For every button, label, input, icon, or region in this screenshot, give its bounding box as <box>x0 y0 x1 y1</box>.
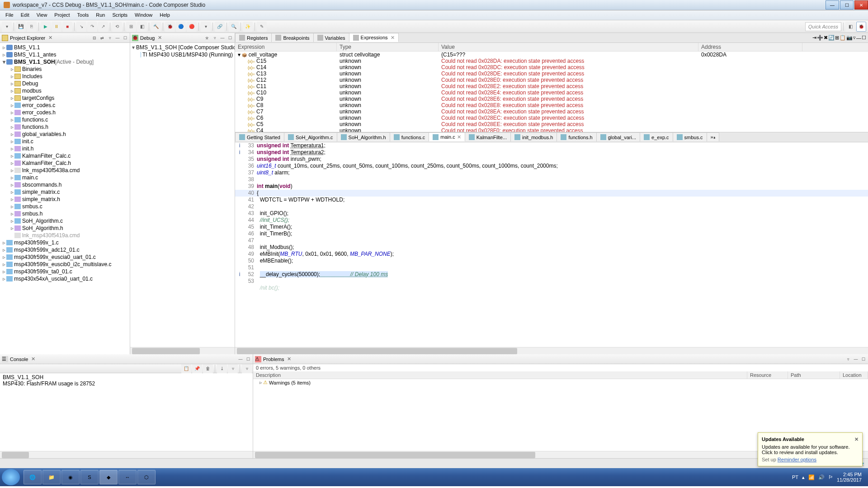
debug-dropdown-button2[interactable]: ▿ <box>211 34 218 42</box>
grid-button[interactable]: ⊞ <box>126 22 136 32</box>
view-dropdown-button[interactable]: ▾ <box>201 22 211 32</box>
debug-item[interactable]: ▾BMS_V1.1_SOH [Code Composer Studio <box>130 44 235 51</box>
code-line[interactable]: 40{ <box>235 190 868 197</box>
file-item[interactable]: ▹functions.c <box>0 116 130 123</box>
build-button[interactable]: 🔨 <box>151 22 161 32</box>
expression-row[interactable]: (x)= C12unknownCould not read 0x028E0: e… <box>235 77 868 83</box>
code-line[interactable]: 53 <box>235 278 868 285</box>
project-item[interactable]: ▹BMS_V1.1 <box>0 44 130 51</box>
editor-tab[interactable]: e_exp.c <box>640 132 673 141</box>
debug-minimize-button[interactable]: — <box>219 34 226 42</box>
editor-tab[interactable]: smbus.c <box>673 132 707 141</box>
restart-button[interactable]: ⟲ <box>112 22 122 32</box>
minimize-button[interactable]: — <box>826 0 839 9</box>
code-line[interactable]: i34unsigned int Temperatura2; <box>235 149 868 156</box>
maximize-view-button[interactable]: ☐ <box>122 34 129 42</box>
console-minimize-button[interactable]: — <box>237 356 244 363</box>
file-item[interactable]: ▹global_variables.h <box>0 131 130 138</box>
project-item[interactable]: ▾BMS_V1.1_SOH [Active - Debug] <box>0 58 130 66</box>
col-address[interactable]: Address <box>698 43 802 51</box>
problems-maximize-button[interactable]: ☐ <box>860 356 867 363</box>
console-clear-button[interactable]: 🗑 <box>203 364 213 374</box>
editor-tab[interactable]: KalmanFilte... <box>465 132 511 141</box>
wand-button[interactable]: ✨ <box>243 22 253 32</box>
link-editor-button[interactable]: ⇄ <box>99 34 106 42</box>
project-item[interactable]: ▹msp430fr599x_adc12_01.c <box>0 246 130 253</box>
file-item[interactable]: ▹functions.h <box>0 123 130 131</box>
debug-item[interactable]: TI MSP430 USB1/MSP430 (Running) <box>130 51 235 58</box>
editor-tab[interactable]: functions.h <box>557 132 596 141</box>
debug-hscroll[interactable] <box>130 347 235 354</box>
file-item[interactable]: ▹Debug <box>0 80 130 87</box>
expr-toolbar-button-4[interactable]: ⊞ <box>835 35 839 41</box>
debug-menu-button[interactable]: ※ <box>203 34 211 42</box>
file-item[interactable]: ▹smbus.c <box>0 203 130 210</box>
editor-tab[interactable]: functions.c <box>390 132 429 141</box>
code-line[interactable]: 50 eMBEnable(); <box>235 258 868 264</box>
col-resource[interactable]: Resource <box>747 371 788 379</box>
file-item[interactable]: ▹Binaries <box>0 66 130 73</box>
explorer-taskbar-button[interactable]: 📁 <box>42 470 61 484</box>
expressions-table[interactable]: Expression Type Value Address ▾ 📦 cell_v… <box>235 43 868 132</box>
code-line[interactable]: 49 eMBInit(MB_RTU, 0x01, 0x01, 9600, MB_… <box>235 251 868 258</box>
project-tree[interactable]: ▹BMS_V1.1▹BMS_V1.1_antes▾BMS_V1.1_SOH [A… <box>0 43 130 354</box>
expr-toolbar-button-6[interactable]: 📷 <box>846 35 853 41</box>
network-icon[interactable]: 📶 <box>808 474 815 480</box>
project-explorer-close[interactable]: ✕ <box>47 35 53 41</box>
project-item[interactable]: ▹msp430fr599x_1.c <box>0 239 130 246</box>
expression-row[interactable]: (x)= C6unknownCould not read 0x028EC: ex… <box>235 115 868 121</box>
problems-dropdown-button[interactable]: ▿ <box>844 356 852 363</box>
expr-toolbar-button-5[interactable]: 📋 <box>840 35 846 41</box>
editor-tab[interactable]: SoH_Algorithm.h <box>337 132 390 141</box>
volume-icon[interactable]: 🔊 <box>818 474 825 480</box>
file-item[interactable]: ▹sbscommands.h <box>0 181 130 188</box>
col-location[interactable]: Location <box>840 371 868 379</box>
console-pin-button[interactable]: 📌 <box>192 364 202 374</box>
file-item[interactable]: lnk_msp430f5419a.cmd <box>0 232 130 239</box>
tab-breakpoints[interactable]: Breakpoints <box>271 33 313 42</box>
code-line[interactable]: 41 WDTCTL = WDTPW + WDTHOLD; <box>235 197 868 203</box>
expression-row[interactable]: (x)= C13unknownCould not read 0x028DE: e… <box>235 70 868 77</box>
expression-row[interactable]: (x)= C11unknownCould not read 0x028E2: e… <box>235 83 868 89</box>
code-line[interactable]: i52 __delay_cycles(500000); // Delay 100… <box>235 271 868 278</box>
project-item[interactable]: ▹msp430fr599x_euscib0_i2c_multislave.c <box>0 261 130 268</box>
step-over-button[interactable]: ↷ <box>87 22 97 32</box>
menu-view[interactable]: View <box>33 10 51 20</box>
run-dropdown-button[interactable]: 🔵 <box>176 22 186 32</box>
console-display-button[interactable]: ▿ <box>228 364 238 374</box>
project-item[interactable]: ▹msp430x54xA_uscia0_uart_01.c <box>0 275 130 282</box>
code-line[interactable]: /nit bc(); <box>235 285 868 291</box>
code-line[interactable]: 48 init_Modbus(); <box>235 244 868 251</box>
expression-row[interactable]: ▾ 📦 cell_voltagestruct cellvoltage{C15=?… <box>235 52 868 58</box>
debug-maximize-button[interactable]: ☐ <box>226 34 234 42</box>
code-line[interactable]: 51 <box>235 264 868 271</box>
file-item[interactable]: ▹SoH_Algorithm.h <box>0 225 130 232</box>
tab-variables[interactable]: Variables <box>313 33 349 42</box>
save-button[interactable]: 💾 <box>16 22 26 32</box>
code-line[interactable]: i33unsigned int Temperatura1; <box>235 142 868 149</box>
new-connection-button[interactable]: 🔗 <box>215 22 225 32</box>
editor-hscroll[interactable] <box>235 347 868 354</box>
maximize-button[interactable]: ☐ <box>840 0 854 9</box>
menu-edit[interactable]: Edit <box>17 10 33 20</box>
expr-toolbar-button-9[interactable]: ☐ <box>862 35 866 41</box>
console-hscroll[interactable] <box>0 451 253 458</box>
project-item[interactable]: ▹BMS_V1.1_antes <box>0 51 130 58</box>
menu-run[interactable]: Run <box>92 10 108 20</box>
cube-taskbar-button[interactable]: ⬡ <box>137 470 156 484</box>
view-menu-button[interactable]: ▿ <box>106 34 113 42</box>
ie-taskbar-button[interactable]: 🌐 <box>24 470 42 484</box>
file-item[interactable]: ▹simple_matrix.c <box>0 188 130 196</box>
code-line[interactable]: 44 //init_UCS(); <box>235 217 868 224</box>
perspective-ccs-debug-button[interactable]: 🐞 <box>856 22 866 32</box>
terminate-button[interactable]: ■ <box>62 22 72 32</box>
menu-scripts[interactable]: Scripts <box>108 10 131 20</box>
expr-toolbar-button-3[interactable]: 🔄 <box>828 35 835 41</box>
console-copy-button[interactable]: 📋 <box>181 364 191 374</box>
file-item[interactable]: ▹KalmanFilter_Calc.c <box>0 152 130 160</box>
expr-toolbar-button-0[interactable]: ⇥ <box>812 35 816 41</box>
collapse-all-button[interactable]: ⊟ <box>91 34 98 42</box>
code-line[interactable]: 42 <box>235 203 868 210</box>
project-item[interactable]: ▹msp430fr599x_ta0_01.c <box>0 268 130 275</box>
menu-file[interactable]: File <box>2 10 17 20</box>
